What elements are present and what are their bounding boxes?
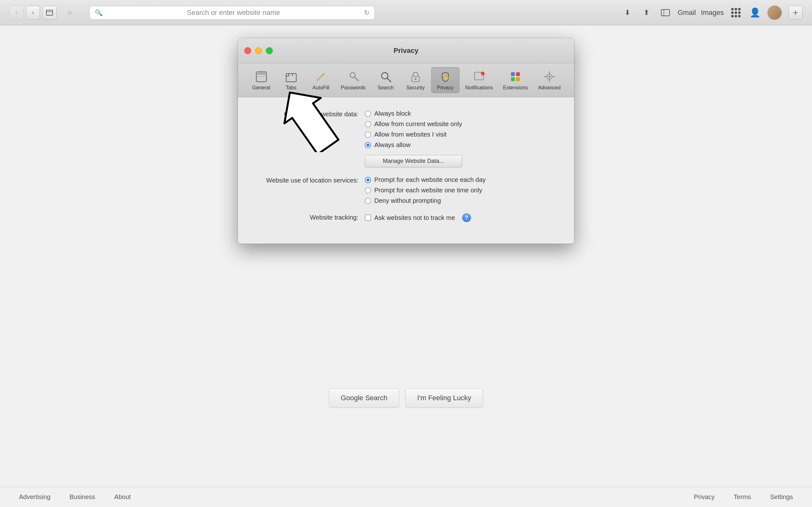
toolbar-item-security[interactable]: Security xyxy=(401,67,430,93)
cookies-options: Always block Allow from current website … xyxy=(365,110,462,167)
tab-overview-button[interactable] xyxy=(43,6,56,20)
browser-right-icons: ⬇ ⬆ Gmail Images 👤 xyxy=(620,5,782,20)
toolbar-item-tabs[interactable]: Tabs xyxy=(277,67,305,93)
toolbar-item-notifications[interactable]: Notifications xyxy=(461,67,497,93)
general-label: General xyxy=(252,85,270,91)
privacy-icon: ✋ xyxy=(438,70,452,83)
gmail-link[interactable]: Gmail xyxy=(677,9,696,17)
radio-inner-dot xyxy=(366,144,369,147)
google-search-area: Google Search I'm Feeling Lucky xyxy=(329,389,483,407)
prompt-one-time-label: Prompt for each website one time only xyxy=(374,187,482,194)
location-options: Prompt for each website once each day Pr… xyxy=(365,176,486,205)
svg-rect-5 xyxy=(256,72,266,75)
extensions-label: Extensions xyxy=(503,85,528,91)
websites-visit-label: Allow from websites I visit xyxy=(374,131,447,138)
deny-radio[interactable] xyxy=(365,198,371,204)
add-tab-button[interactable]: + xyxy=(789,6,803,20)
always-allow-radio[interactable] xyxy=(365,142,371,148)
main-content: Privacy General xyxy=(0,25,812,487)
reload-button[interactable]: ↻ xyxy=(364,9,369,16)
prompt-each-day-option[interactable]: Prompt for each website once each day xyxy=(365,176,486,183)
passwords-icon xyxy=(346,70,360,83)
svg-point-18 xyxy=(481,72,485,75)
toolbar-item-autofill[interactable]: AutoFill xyxy=(307,67,335,93)
sidebar-button[interactable] xyxy=(658,6,672,20)
tracking-options: Ask websites not to track me ? xyxy=(365,213,471,222)
tabs-icon xyxy=(284,70,298,83)
advertising-link[interactable]: Advertising xyxy=(19,493,50,501)
deny-option[interactable]: Deny without prompting xyxy=(365,197,486,205)
search-label: Search xyxy=(377,85,394,91)
always-block-option[interactable]: Always block xyxy=(365,110,462,117)
svg-line-13 xyxy=(387,78,391,82)
general-icon xyxy=(254,70,268,83)
close-button[interactable] xyxy=(244,47,251,54)
toolbar-item-extensions[interactable]: Extensions xyxy=(499,67,532,93)
always-block-radio[interactable] xyxy=(365,111,371,117)
url-bar-container: 🔍 Search or enter website name ↻ xyxy=(90,6,375,20)
business-link[interactable]: Business xyxy=(69,493,95,501)
avatar[interactable] xyxy=(767,5,782,20)
toolbar-item-search[interactable]: Search xyxy=(371,67,400,93)
cookies-row: Cookies and website data: Always block A… xyxy=(257,110,555,167)
svg-rect-0 xyxy=(46,10,53,15)
google-search-button[interactable]: Google Search xyxy=(329,389,399,407)
share-button[interactable]: ⬆ xyxy=(640,6,653,20)
privacy-label: Privacy xyxy=(437,85,454,91)
manage-website-data-button[interactable]: Manage Website Data... xyxy=(365,155,462,167)
tracking-label: Website tracking: xyxy=(257,213,365,221)
tracking-row: Website tracking: Ask websites not to tr… xyxy=(257,213,555,222)
google-apps-button[interactable] xyxy=(729,6,743,20)
security-label: Security xyxy=(406,85,425,91)
images-link[interactable]: Images xyxy=(701,9,724,17)
toolbar-item-general[interactable]: General xyxy=(247,67,275,93)
radio-inner-dot2 xyxy=(366,178,369,181)
toolbar-item-advanced[interactable]: Advanced xyxy=(534,67,565,93)
about-link[interactable]: About xyxy=(114,493,131,501)
deny-label: Deny without prompting xyxy=(374,197,441,205)
forward-button[interactable]: › xyxy=(26,6,40,20)
toolbar-item-passwords[interactable]: Passwords xyxy=(337,67,370,93)
preferences-toolbar: General Tabs AutoFill xyxy=(238,63,574,97)
advanced-label: Advanced xyxy=(538,85,560,91)
maximize-button[interactable] xyxy=(266,47,273,54)
tracking-checkbox-option[interactable]: Ask websites not to track me xyxy=(365,214,455,222)
minimize-button[interactable] xyxy=(255,47,262,54)
prompt-one-time-option[interactable]: Prompt for each website one time only xyxy=(365,187,486,194)
footer: Advertising Business About Privacy Terms… xyxy=(0,487,812,507)
security-icon xyxy=(409,70,422,83)
always-allow-option[interactable]: Always allow xyxy=(365,141,462,149)
preferences-title-bar: Privacy xyxy=(238,38,574,63)
websites-visit-radio[interactable] xyxy=(365,131,371,138)
back-button[interactable]: ‹ xyxy=(9,6,23,20)
svg-rect-7 xyxy=(286,73,296,82)
autofill-label: AutoFill xyxy=(312,85,329,91)
notifications-icon xyxy=(472,70,486,83)
feeling-lucky-button[interactable]: I'm Feeling Lucky xyxy=(405,389,483,407)
prompt-one-time-radio[interactable] xyxy=(365,187,371,193)
bookmark-button[interactable]: ☆ xyxy=(63,6,77,20)
svg-text:✋: ✋ xyxy=(444,74,450,80)
location-row: Website use of location services: Prompt… xyxy=(257,176,555,205)
url-bar[interactable]: 🔍 Search or enter website name ↻ xyxy=(90,6,375,20)
preferences-dialog: Privacy General xyxy=(238,38,574,244)
websites-visit-option[interactable]: Allow from websites I visit xyxy=(365,131,462,138)
svg-rect-19 xyxy=(511,72,515,76)
privacy-link[interactable]: Privacy xyxy=(694,493,715,501)
help-button[interactable]: ? xyxy=(462,213,471,222)
autofill-icon xyxy=(314,70,328,83)
notifications-label: Notifications xyxy=(465,85,493,91)
terms-link[interactable]: Terms xyxy=(734,493,751,501)
tracking-checkbox[interactable] xyxy=(365,215,371,221)
download-button[interactable]: ⬇ xyxy=(620,6,635,20)
tabs-label: Tabs xyxy=(286,85,297,91)
account-button[interactable]: 👤 xyxy=(748,6,762,20)
svg-point-24 xyxy=(548,76,550,78)
prompt-each-day-radio[interactable] xyxy=(365,177,371,183)
svg-point-15 xyxy=(415,78,416,80)
traffic-lights xyxy=(244,47,273,54)
settings-link[interactable]: Settings xyxy=(770,493,793,501)
current-only-radio[interactable] xyxy=(365,121,371,127)
current-only-option[interactable]: Allow from current website only xyxy=(365,120,462,128)
toolbar-item-privacy[interactable]: ✋ Privacy xyxy=(431,67,460,93)
